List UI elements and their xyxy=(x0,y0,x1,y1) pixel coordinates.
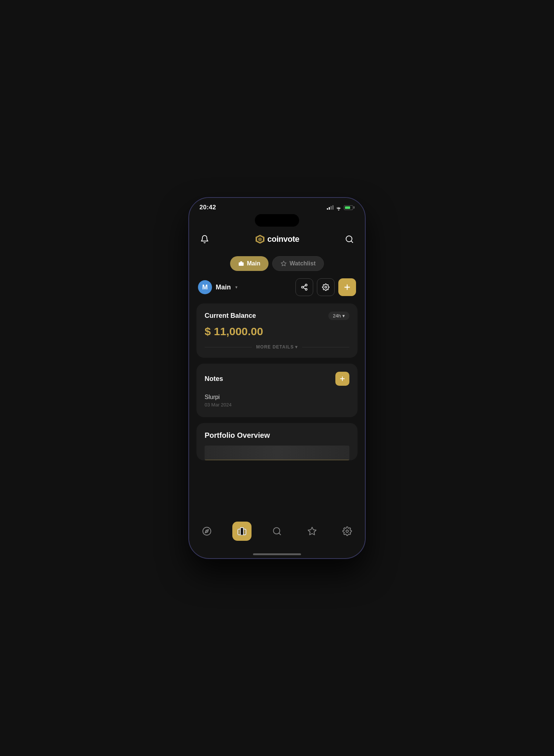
divider-left xyxy=(205,347,252,347)
note-date: 03 Mar 2024 xyxy=(205,402,349,408)
svg-line-4 xyxy=(351,241,353,243)
portfolio-selector[interactable]: M Main ▾ xyxy=(198,280,237,294)
svg-point-24 xyxy=(346,530,349,533)
portfolio-overview-card: Portfolio Overview xyxy=(196,423,358,460)
status-icons xyxy=(327,205,355,210)
nav-watchlist[interactable] xyxy=(302,521,322,542)
star-icon xyxy=(281,261,287,267)
add-note-button[interactable] xyxy=(335,372,349,386)
more-details-button[interactable]: MORE DETAILS ▾ xyxy=(205,344,349,350)
bell-button[interactable] xyxy=(198,233,211,246)
svg-line-22 xyxy=(279,533,281,535)
svg-point-12 xyxy=(325,286,327,288)
battery-icon xyxy=(344,205,355,210)
nav-search[interactable] xyxy=(267,521,287,542)
wifi-icon xyxy=(336,205,342,210)
notes-title: Notes xyxy=(205,375,223,383)
share-button[interactable] xyxy=(295,278,313,296)
star-icon xyxy=(302,522,322,541)
app-header: coinvote xyxy=(189,231,365,252)
portfolio-header: M Main ▾ xyxy=(189,278,365,303)
status-time: 20:42 xyxy=(199,204,216,211)
briefcase-icon xyxy=(238,261,244,267)
divider-right xyxy=(302,347,349,347)
time-filter-button[interactable]: 24h ▾ xyxy=(328,312,349,320)
balance-title: Current Balance xyxy=(205,312,256,320)
tab-watchlist[interactable]: Watchlist xyxy=(272,256,324,271)
settings-button[interactable] xyxy=(317,278,335,296)
logo-text: coinvote xyxy=(267,234,299,244)
compass-icon xyxy=(197,522,216,541)
portfolio-overview-title: Portfolio Overview xyxy=(205,431,349,440)
app-logo: coinvote xyxy=(255,234,299,244)
note-item[interactable]: Slurpi 03 Mar 2024 xyxy=(205,392,349,409)
balance-card: Current Balance 24h ▾ $ 11,000.00 MORE D… xyxy=(196,303,358,358)
nav-explore[interactable] xyxy=(196,521,217,542)
add-button[interactable] xyxy=(338,278,356,296)
nav-settings[interactable] xyxy=(337,521,358,542)
svg-marker-23 xyxy=(308,527,316,535)
header-search-button[interactable] xyxy=(343,233,356,246)
briefcase-icon xyxy=(232,522,252,541)
gear-icon xyxy=(338,522,357,541)
logo-icon xyxy=(255,234,265,244)
search-icon xyxy=(267,522,287,541)
note-title: Slurpi xyxy=(205,394,349,401)
svg-marker-6 xyxy=(281,261,286,266)
balance-amount: $ 11,000.00 xyxy=(205,325,349,338)
tab-main[interactable]: Main xyxy=(230,256,269,271)
dynamic-island xyxy=(255,214,299,227)
chevron-down-icon: ▾ xyxy=(295,344,298,350)
chevron-down-icon: ▾ xyxy=(235,285,237,290)
portfolio-chart xyxy=(205,446,349,460)
chevron-down-icon: ▾ xyxy=(342,313,345,319)
svg-line-11 xyxy=(303,285,305,286)
portfolio-actions xyxy=(295,278,356,296)
more-details-label[interactable]: MORE DETAILS ▾ xyxy=(256,344,298,350)
notes-card: Notes Slurpi 03 Mar 2024 xyxy=(196,364,358,417)
status-bar: 20:42 xyxy=(189,198,365,214)
bottom-nav xyxy=(189,516,365,553)
balance-card-header: Current Balance 24h ▾ xyxy=(205,312,349,320)
svg-line-10 xyxy=(303,288,305,289)
portfolio-name: Main xyxy=(216,284,231,291)
signal-icon xyxy=(327,205,334,210)
portfolio-avatar: M xyxy=(198,280,212,294)
scroll-content: Main Watchlist M Main xyxy=(189,252,365,516)
svg-marker-18 xyxy=(205,529,208,533)
home-indicator xyxy=(253,553,301,555)
notes-header: Notes xyxy=(205,372,349,386)
tab-switcher: Main Watchlist xyxy=(189,252,365,278)
nav-portfolio[interactable] xyxy=(232,521,252,542)
